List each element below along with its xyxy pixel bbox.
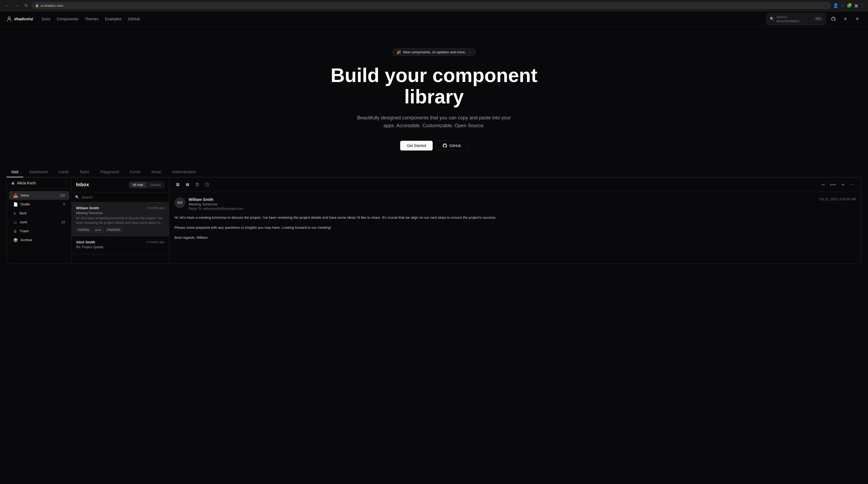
lock-icon: 🔒 bbox=[35, 4, 39, 7]
more-toolbar-button[interactable]: ⋯ bbox=[848, 180, 857, 189]
mail-item-0-tags: meeting work important bbox=[76, 228, 164, 232]
mail-detail-sender-info: WS William Smith Meeting Tomorrow Reply-… bbox=[175, 197, 243, 211]
mail-detail-date: Oct 22, 2023, 9:00:00 AM bbox=[819, 197, 856, 201]
github-icon bbox=[831, 17, 836, 21]
mail-detail-reply-to: Reply-To: williamsmith@example.com bbox=[189, 207, 243, 211]
mail-item-0[interactable]: William Smith 3 months ago Meeting Tomor… bbox=[72, 202, 169, 236]
github-nav-button[interactable] bbox=[829, 14, 838, 23]
toolbar-left bbox=[174, 180, 211, 189]
junk-toolbar-icon bbox=[186, 183, 189, 186]
theme-toggle-button[interactable]: ☀ bbox=[853, 14, 862, 23]
delete-toolbar-button[interactable] bbox=[193, 180, 202, 189]
site-logo[interactable]: shadcn/ui bbox=[6, 16, 33, 22]
tab-authentication[interactable]: Authentication bbox=[167, 167, 201, 177]
delete-toolbar-icon bbox=[195, 183, 199, 186]
mail-detail-toolbar: ↩ ↩↩ ↪ ⋯ bbox=[169, 178, 861, 192]
mail-body-para-3: Best regards, William bbox=[175, 235, 856, 241]
sidebar-item-junk[interactable]: 🗂 Junk 23 bbox=[9, 218, 69, 226]
badge-text: New components, cli updates and more. bbox=[403, 50, 466, 54]
mail-detail-subject: Meeting Tomorrow bbox=[189, 202, 243, 206]
twitter-nav-button[interactable]: ✕ bbox=[841, 14, 849, 23]
reply-toolbar-button[interactable]: ↩ bbox=[819, 180, 828, 189]
nav-github[interactable]: GitHub bbox=[128, 17, 140, 21]
sidebar-item-sent-left: ➤ Sent bbox=[13, 211, 27, 215]
sidebar-item-trash[interactable]: 🗑 Trash bbox=[9, 227, 69, 236]
hero-section: 🎉 New components, cli updates and more. … bbox=[0, 27, 868, 167]
tag-important: important bbox=[105, 228, 122, 232]
snooze-toolbar-button[interactable] bbox=[203, 180, 211, 189]
back-button[interactable]: ← bbox=[3, 3, 11, 9]
mail-detail: ↩ ↩↩ ↪ ⋯ WS William Smith Meeting Tomorr… bbox=[169, 178, 861, 264]
badge-emoji: 🎉 bbox=[397, 50, 401, 54]
search-placeholder: Search documentation... bbox=[776, 15, 812, 23]
tab-music[interactable]: Music bbox=[147, 167, 166, 177]
nav-docs[interactable]: Docs bbox=[42, 17, 50, 21]
sidebar-item-inbox-left: 📥 Inbox bbox=[13, 193, 29, 198]
tab-dashboard[interactable]: Dashboard bbox=[24, 167, 53, 177]
sidebar-item-junk-left: 🗂 Junk bbox=[13, 220, 27, 224]
account-label: Alicia Koch bbox=[17, 181, 36, 185]
nav-examples[interactable]: Examples bbox=[105, 17, 122, 21]
mail-item-1-subject: Re: Project Update bbox=[76, 245, 164, 249]
demo-section: Mail Dashboard Cards Tasks Playground Fo… bbox=[0, 167, 868, 264]
hero-title: Build your component library bbox=[312, 65, 556, 108]
mail-body-para-1: Hi, let's have a meeting tomorrow to dis… bbox=[175, 215, 856, 221]
inbox-label: Inbox bbox=[21, 193, 29, 197]
toolbar-right: ↩ ↩↩ ↪ ⋯ bbox=[819, 180, 857, 189]
nav-components[interactable]: Components bbox=[57, 17, 78, 21]
archive-label: Archive bbox=[21, 238, 32, 242]
mail-detail-meta: William Smith Meeting Tomorrow Reply-To:… bbox=[189, 197, 243, 211]
snooze-toolbar-icon bbox=[205, 183, 209, 186]
hero-subtitle: Beautifully designed components that you… bbox=[353, 114, 515, 130]
refresh-button[interactable]: ↻ bbox=[23, 2, 30, 9]
archive-toolbar-button[interactable] bbox=[174, 180, 182, 189]
tag-meeting: meeting bbox=[76, 228, 91, 232]
tab-forms[interactable]: Forms bbox=[125, 167, 146, 177]
search-shortcut: ⌘K bbox=[814, 17, 822, 21]
tab-tasks[interactable]: Tasks bbox=[75, 167, 94, 177]
github-hero-icon bbox=[443, 144, 447, 148]
mail-detail-body: Hi, let's have a meeting tomorrow to dis… bbox=[175, 215, 856, 240]
tab-cards[interactable]: Cards bbox=[54, 167, 73, 177]
bookmark-icon[interactable]: ☆ bbox=[841, 3, 844, 8]
reply-all-toolbar-button[interactable]: ↩↩ bbox=[829, 180, 837, 189]
logo-icon bbox=[6, 16, 12, 22]
sidebar-item-drafts[interactable]: 📄 Drafts 9 bbox=[9, 200, 69, 209]
sidebar-account[interactable]: Alicia Koch ⌃ bbox=[7, 178, 71, 189]
profile-icon[interactable]: 👤 bbox=[833, 3, 838, 8]
triangle-icon bbox=[11, 181, 15, 185]
sent-icon: ➤ bbox=[13, 211, 17, 215]
sidebar-toggle-icon[interactable]: ▣ bbox=[854, 3, 858, 8]
mail-search-input[interactable] bbox=[82, 195, 165, 199]
mail-detail-content: WS William Smith Meeting Tomorrow Reply-… bbox=[169, 192, 861, 264]
tab-playground[interactable]: Playground bbox=[95, 167, 124, 177]
move-junk-toolbar-button[interactable] bbox=[183, 180, 192, 189]
get-started-button[interactable]: Get Started bbox=[400, 141, 433, 151]
mail-list-panel: Inbox All mail Unread 🔍 William Smith 3 … bbox=[72, 178, 169, 264]
forward-toolbar-button[interactable]: ↪ bbox=[838, 180, 847, 189]
url-bar[interactable]: 🔒 ui.shadcn.com bbox=[32, 2, 831, 9]
sidebar-item-archive[interactable]: 📦 Archive bbox=[9, 236, 69, 244]
sender-avatar: WS bbox=[175, 197, 185, 208]
junk-label: Junk bbox=[20, 220, 27, 224]
filter-unread[interactable]: Unread bbox=[147, 182, 164, 188]
search-icon: 🔍 bbox=[770, 17, 774, 21]
extension-icon[interactable]: 🧩 bbox=[847, 3, 852, 8]
url-text: ui.shadcn.com bbox=[40, 3, 63, 7]
sidebar-item-inbox[interactable]: 📥 Inbox 128 bbox=[9, 191, 69, 200]
mail-item-1[interactable]: Alice Smith 3 months ago Re: Project Upd… bbox=[72, 236, 169, 254]
sidebar-item-sent[interactable]: ➤ Sent bbox=[9, 209, 69, 218]
nav-themes[interactable]: Themes bbox=[85, 17, 98, 21]
more-options-icon[interactable]: ⋮ bbox=[861, 3, 865, 8]
hero-badge[interactable]: 🎉 New components, cli updates and more. … bbox=[392, 48, 476, 56]
chevron-icon: ⌃ bbox=[64, 181, 67, 185]
archive-toolbar-icon bbox=[176, 183, 180, 186]
sidebar-item-trash-left: 🗑 Trash bbox=[13, 229, 29, 233]
mail-detail-header-row: WS William Smith Meeting Tomorrow Reply-… bbox=[175, 197, 856, 211]
tab-mail[interactable]: Mail bbox=[6, 167, 23, 177]
github-button[interactable]: GitHub bbox=[436, 141, 468, 151]
filter-all-mail[interactable]: All mail bbox=[129, 182, 146, 188]
drafts-label: Drafts bbox=[21, 202, 30, 206]
search-box[interactable]: 🔍 Search documentation... ⌘K bbox=[766, 13, 826, 25]
forward-button[interactable]: → bbox=[13, 3, 21, 9]
